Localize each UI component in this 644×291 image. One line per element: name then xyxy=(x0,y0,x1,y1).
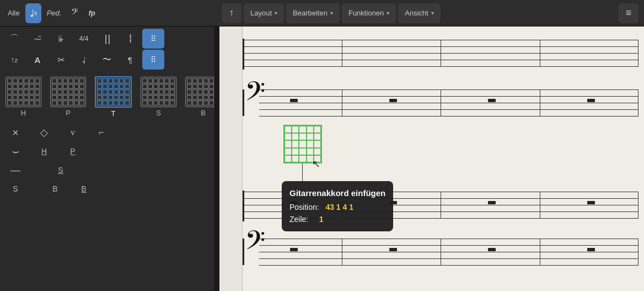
chord-grid-T[interactable]: T xyxy=(95,76,132,118)
top-bar: Alle ♩3 Ped. 𝄢 fp ↑ Layout ▾ Bearbeiten … xyxy=(0,0,644,27)
chord-diagram-overlay[interactable] xyxy=(283,125,322,163)
B-underline-button[interactable]: B xyxy=(74,181,94,197)
chord-grid-S[interactable]: S xyxy=(141,77,176,117)
chord-cell xyxy=(299,140,306,147)
cell xyxy=(13,100,18,105)
cell xyxy=(209,78,214,83)
double-flat-tool[interactable]: 𝄫 xyxy=(50,29,72,49)
staff-line xyxy=(244,40,638,40)
bass-clef-symbol-2: 𝄢 xyxy=(245,228,265,260)
cell xyxy=(7,84,12,89)
chord-cell xyxy=(299,133,306,140)
note-button[interactable]: ♩3 xyxy=(25,3,41,23)
note-dot-tool[interactable]: ♩̣ xyxy=(73,50,95,70)
barline xyxy=(342,40,342,66)
scroll-track[interactable] xyxy=(215,27,219,291)
chord-cell xyxy=(292,148,299,155)
grid-tool[interactable]: ⠿ xyxy=(142,50,164,70)
cell xyxy=(148,89,153,94)
cell xyxy=(74,95,79,100)
fp-button[interactable]: fp xyxy=(84,3,99,23)
bearbeiten-menu-button[interactable]: Bearbeiten ▾ xyxy=(286,3,340,23)
x-mark-button[interactable]: × xyxy=(6,124,25,141)
slur-below-button[interactable]: ⌣ xyxy=(6,143,25,160)
alle-button[interactable]: Alle xyxy=(3,3,24,23)
cell xyxy=(74,100,79,105)
bass-clef-button[interactable]: 𝄢 xyxy=(67,3,83,23)
cell xyxy=(97,89,102,94)
cell xyxy=(79,89,84,94)
square-mark-button[interactable]: ⌐ xyxy=(92,124,111,141)
artic-row-3: — S xyxy=(6,162,209,178)
cell xyxy=(114,95,119,100)
funktionen-chevron: ▾ xyxy=(387,10,389,16)
nav-up-button[interactable]: ↑ xyxy=(222,3,242,23)
cell xyxy=(203,95,208,100)
cell xyxy=(159,84,164,89)
toolbar-rows: ⌒ ⁓̃ 𝄫 4/4 | | 𝄔 ⠿ ↑z A ✂ ♩̣ 〜 ¶ ⠿ xyxy=(0,27,214,72)
cell xyxy=(142,84,147,89)
cell xyxy=(52,100,57,105)
artic-row-4: S B B xyxy=(6,181,209,197)
staff-system-1-bass: 𝄢 xyxy=(243,82,638,131)
cell xyxy=(153,89,158,94)
dots-tool[interactable]: ⠿ xyxy=(142,29,164,49)
squiggle-tool[interactable]: 〜 xyxy=(96,50,118,70)
chord-grid-H[interactable]: H xyxy=(6,77,41,117)
cell xyxy=(57,89,62,94)
cell xyxy=(187,84,192,89)
artic-row-2: ⌣ H P xyxy=(6,143,209,160)
cell xyxy=(57,100,62,105)
ansicht-chevron: ▾ xyxy=(431,10,434,16)
staff-line xyxy=(259,265,638,266)
chord-grid-B[interactable]: B xyxy=(185,77,215,117)
begin-barline xyxy=(243,239,244,265)
cell xyxy=(13,78,18,83)
S-below-button[interactable]: S xyxy=(6,181,25,197)
cell xyxy=(114,100,119,105)
H-artic-button[interactable]: H xyxy=(34,143,54,160)
hamburger-button[interactable]: ≡ xyxy=(619,3,638,23)
time-sig-tool[interactable]: 4/4 xyxy=(73,29,95,49)
cell xyxy=(187,78,192,83)
cell xyxy=(7,89,12,94)
bow-button[interactable]: v xyxy=(63,124,83,141)
P-artic-button[interactable]: P xyxy=(63,143,83,160)
ansicht-menu-button[interactable]: Ansicht ▾ xyxy=(398,3,441,23)
staff-line xyxy=(244,60,638,60)
ornament-tool[interactable]: 𝄔 xyxy=(119,29,141,49)
layout-menu-button[interactable]: Layout ▾ xyxy=(244,3,284,23)
rest-mark xyxy=(389,99,397,102)
top-bar-left: Alle ♩3 Ped. 𝄢 fp xyxy=(0,3,215,23)
barline-tool[interactable]: | | xyxy=(96,29,118,49)
rest-mark xyxy=(488,99,496,102)
barline xyxy=(243,40,243,66)
cell xyxy=(18,78,23,83)
cell xyxy=(29,89,34,94)
S-artic-button[interactable]: S xyxy=(51,162,71,178)
rest-mark xyxy=(290,248,298,251)
ped-button[interactable]: Ped. xyxy=(42,3,66,23)
funktionen-menu-button[interactable]: Funktionen ▾ xyxy=(342,3,396,23)
cell xyxy=(63,95,68,100)
cell xyxy=(57,84,62,89)
arrow-up-tool[interactable]: ↑z xyxy=(3,50,25,70)
diamond-button[interactable]: ◇ xyxy=(34,124,54,141)
cell xyxy=(148,95,153,100)
articulation-section: × ◇ v ⌐ ⌣ H P — S S B B xyxy=(0,122,214,199)
slur-tool[interactable]: ⌒ xyxy=(3,29,25,49)
chord-cell xyxy=(307,155,314,162)
dash-button[interactable]: — xyxy=(6,162,25,178)
trill-tool[interactable]: ⁓̃ xyxy=(26,29,49,49)
score-panel[interactable]: 𝄢 xyxy=(219,27,644,291)
chord-grid-P[interactable]: P xyxy=(50,77,86,117)
paragraph-tool[interactable]: ¶ xyxy=(119,50,141,70)
text-A-tool[interactable]: A xyxy=(26,50,49,70)
scissor-tool[interactable]: ✂ xyxy=(50,50,72,70)
B-plain-button[interactable]: B xyxy=(45,181,65,197)
cell xyxy=(187,89,192,94)
barline xyxy=(638,89,638,116)
cell xyxy=(125,95,130,100)
cell xyxy=(35,89,40,94)
cell xyxy=(24,84,29,89)
